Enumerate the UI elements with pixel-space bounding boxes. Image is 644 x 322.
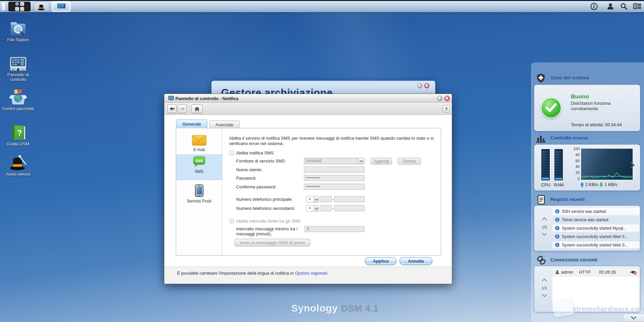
confirm-password-label: Conferma password:: [236, 184, 276, 189]
desktop-icon-quick-start[interactable]: Avvio veloce: [1, 154, 36, 177]
password-label: Password:: [236, 176, 257, 181]
log-text: System successfully started Web S...: [562, 234, 628, 239]
close-button[interactable]: [424, 83, 429, 88]
phone1-area-input[interactable]: [320, 196, 332, 202]
chevron-down-icon: [314, 196, 319, 202]
username-label: Nome utente:: [236, 167, 262, 172]
interval-input[interactable]: 0: [305, 226, 365, 232]
footer-period: .: [327, 271, 329, 276]
search-button[interactable]: [617, 1, 631, 11]
sidebar-item-email[interactable]: E-mail: [176, 135, 222, 152]
log-row[interactable]: System successfully started Web S...: [552, 241, 639, 248]
dialog-titlebar[interactable]: Pannello di controllo - Notifica: [164, 94, 452, 103]
pilot-view-button[interactable]: [631, 1, 644, 11]
log-text: Telnet service was started.: [562, 218, 609, 222]
main-menu-icon: [15, 2, 24, 11]
desktop-icon-package-center[interactable]: Centro pacchetti: [1, 88, 36, 111]
log-row[interactable]: SSH service was started.: [552, 208, 639, 215]
phone2-prefix-select[interactable]: +: [306, 205, 319, 212]
show-desktop-button[interactable]: [1, 2, 6, 11]
info-icon: [555, 209, 559, 214]
desktop-icon-control-panel[interactable]: Pannello di controllo: [1, 56, 36, 82]
tab-generale[interactable]: Generale: [176, 120, 207, 128]
status-description: DiskStation funziona correttamente.: [571, 101, 611, 111]
log-row[interactable]: System successfully started Mysql...: [552, 225, 639, 232]
dsm-help-icon: ?: [10, 125, 26, 140]
regional-options-link[interactable]: Opzioni regionali: [295, 271, 327, 276]
cancel-button[interactable]: Annulla: [399, 257, 432, 265]
enable-interval-checkbox[interactable]: [230, 219, 234, 223]
user-menu-button[interactable]: [604, 1, 617, 11]
desktop-icon-dsm-help[interactable]: ? Guida DSM: [1, 125, 36, 146]
system-status-title: Stato del sistema: [550, 75, 589, 81]
username-input[interactable]: [304, 167, 365, 173]
back-icon: [170, 107, 174, 111]
user-icon: [607, 3, 614, 10]
phone-icon: [195, 184, 204, 197]
taskbar-item-storage-manager[interactable]: [52, 2, 70, 11]
log-row[interactable]: Telnet service was started.: [552, 216, 639, 223]
phone1-number-input[interactable]: [334, 196, 365, 202]
file-station-icon: [9, 20, 27, 36]
desktop: File Station Pannello di controllo: [0, 0, 644, 322]
chevron-down-icon: [358, 158, 364, 164]
pilot-view-icon: [633, 3, 641, 10]
enable-sms-checkbox[interactable]: [230, 151, 234, 155]
connections-page-indicator: 1/1: [540, 286, 549, 290]
confirm-password-input[interactable]: ••••••••: [304, 184, 365, 190]
control-panel-icon: [9, 56, 27, 71]
delete-provider-button[interactable]: Elimina: [398, 158, 421, 165]
phone2-prefix-value: +: [309, 206, 311, 211]
taskbar-item-quick-start[interactable]: [34, 2, 49, 11]
close-icon: [446, 97, 449, 100]
phone2-area-input[interactable]: [320, 205, 332, 211]
apply-button[interactable]: Applica: [365, 257, 396, 265]
phone1-separator: -: [332, 197, 334, 202]
taskbar: [0, 0, 644, 12]
footer-text: È possibile cambiare l'impostazione dell…: [177, 271, 295, 276]
info-button[interactable]: [587, 1, 601, 11]
minimize-button[interactable]: [437, 96, 442, 101]
ram-label: RAM: [552, 182, 566, 187]
svg-text:?: ?: [17, 128, 22, 137]
help-button[interactable]: ?: [443, 105, 450, 112]
provider-select[interactable]: clickatell: [304, 158, 365, 164]
tab-avanzate[interactable]: Avanzate: [209, 121, 239, 128]
resource-detail-button[interactable]: [630, 162, 635, 170]
phone2-number-input[interactable]: [334, 205, 365, 211]
info-icon: [590, 3, 598, 10]
upload-arrow-icon: [580, 182, 584, 187]
download-speed: 1 KB/s: [604, 182, 617, 187]
notification-dialog: Pannello di controllo - Notifica: [164, 94, 452, 284]
logs-page-down[interactable]: [540, 232, 549, 237]
phone1-prefix-select[interactable]: +: [306, 196, 319, 202]
close-icon: [426, 85, 428, 87]
add-provider-button[interactable]: Aggiungi: [371, 158, 392, 165]
password-input[interactable]: ••••••••: [304, 175, 365, 181]
home-button[interactable]: [191, 104, 203, 113]
disconnect-icon[interactable]: [630, 270, 637, 275]
connections-page-up[interactable]: [540, 278, 549, 282]
desktop-icon-file-station[interactable]: File Station: [1, 20, 36, 42]
log-row[interactable]: System successfully started Web S...: [552, 233, 639, 240]
main-menu-button[interactable]: [8, 2, 31, 11]
desktop-icon-label: Pannello di controllo: [1, 73, 36, 82]
widget-panel-collapse-button[interactable]: [623, 314, 644, 322]
forward-button[interactable]: [178, 104, 187, 113]
ram-meter: [554, 149, 563, 180]
connections-page-down[interactable]: [540, 293, 549, 298]
sidebar-item-sms[interactable]: SMS SMS: [176, 154, 222, 180]
enable-sms-label: Abilita notifica SMS: [236, 150, 274, 155]
recent-logs-title: Registri recenti: [550, 197, 585, 202]
back-button[interactable]: [167, 104, 176, 113]
sidebar-item-push-service[interactable]: Servizio Push: [176, 183, 222, 203]
close-button[interactable]: [444, 96, 450, 101]
shield-icon: [536, 74, 545, 83]
enable-interval-label: Abilita intervallo limite tra gli SMS: [236, 219, 301, 224]
connection-row[interactable]: admin HTTP 00:26:26: [552, 268, 639, 276]
logs-page-up[interactable]: [540, 217, 549, 221]
phone1-label: Numero telefonico principale:: [236, 197, 292, 202]
minimize-button[interactable]: [417, 83, 422, 88]
send-test-sms-button[interactable]: Invia un messaggio SMS di prova: [234, 239, 310, 246]
sms-description: Abilita il servizio di notifica SMS per …: [229, 136, 434, 146]
